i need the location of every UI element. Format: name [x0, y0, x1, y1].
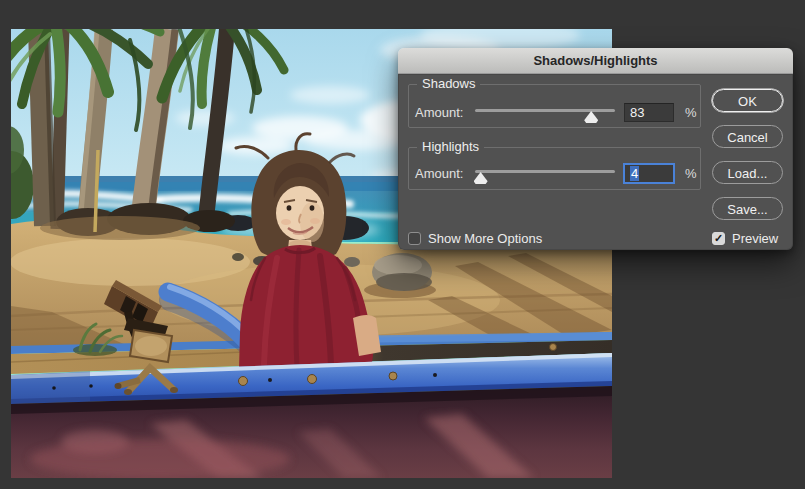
show-more-options-label: Show More Options — [428, 231, 542, 246]
shadows-unit-label: % — [685, 105, 697, 120]
cancel-button[interactable]: Cancel — [712, 125, 783, 148]
ok-button[interactable]: OK — [712, 89, 783, 112]
shadows-section-legend: Shadows — [417, 76, 480, 91]
shadows-highlights-dialog: Shadows/Highlights Shadows Amount: 83 % … — [398, 48, 793, 250]
preview-label: Preview — [732, 231, 778, 246]
shadows-amount-label: Amount: — [415, 105, 463, 120]
dialog-title: Shadows/Highlights — [533, 53, 657, 68]
highlights-section: Highlights Amount: 4 % — [408, 147, 701, 190]
save-button[interactable]: Save... — [712, 197, 783, 220]
show-more-options-row: Show More Options — [408, 231, 542, 246]
slider-thumb[interactable] — [584, 111, 598, 123]
dialog-titlebar[interactable]: Shadows/Highlights — [398, 48, 793, 74]
highlights-amount-label: Amount: — [415, 166, 463, 181]
load-button[interactable]: Load... — [712, 161, 783, 184]
shadows-amount-input[interactable]: 83 — [624, 103, 674, 122]
preview-row: ✓ Preview — [712, 231, 778, 246]
preview-checkbox[interactable]: ✓ — [712, 232, 725, 245]
slider-track[interactable] — [475, 170, 615, 173]
highlights-amount-slider[interactable] — [475, 165, 615, 185]
slider-thumb[interactable] — [474, 172, 488, 184]
checkmark-icon: ✓ — [714, 233, 723, 244]
photoshop-workspace: Shadows/Highlights Shadows Amount: 83 % … — [0, 0, 805, 489]
shadows-section: Shadows Amount: 83 % — [408, 84, 701, 128]
highlights-section-legend: Highlights — [417, 139, 484, 154]
dialog-body: Shadows Amount: 83 % Highlights Amount: — [398, 74, 793, 250]
show-more-options-checkbox[interactable] — [408, 232, 421, 245]
highlights-unit-label: % — [685, 166, 697, 181]
highlights-amount-input[interactable]: 4 — [624, 164, 674, 183]
shadows-amount-slider[interactable] — [475, 104, 615, 124]
slider-track[interactable] — [475, 109, 615, 112]
selected-value-text: 4 — [630, 166, 639, 181]
